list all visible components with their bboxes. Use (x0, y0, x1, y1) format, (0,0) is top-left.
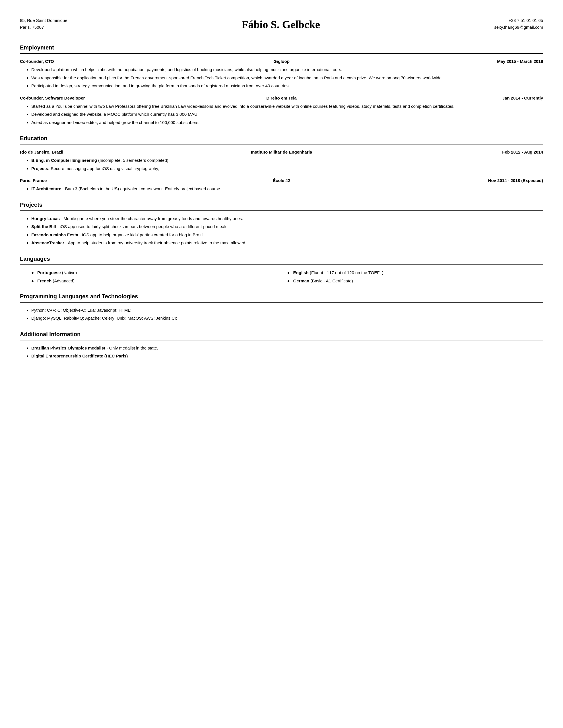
lang-bullet: ● (287, 270, 290, 276)
programming-divider (20, 302, 543, 303)
bullet-item: Was responsible for the application and … (31, 75, 543, 81)
additional-item: Brazilian Physics Olympics medalist - On… (31, 345, 543, 351)
edu-2-location: Paris, France (20, 177, 100, 183)
job-2: Co-founder, Software Developer Direito e… (20, 95, 543, 126)
contact-block: +33 7 51 01 01 65 sexy.thang69@gmail.com (494, 17, 543, 31)
edu-1-dates: Feb 2012 - Aug 2014 (463, 149, 543, 155)
additional-1-rest: - Only medalist in the state. (105, 346, 158, 350)
lang-english: ● English (Fluent - 117 out of 120 on th… (287, 270, 543, 276)
bullet-item: Developed a platform which helps clubs w… (31, 67, 543, 73)
programming-section: Programming Languages and Technologies P… (20, 292, 543, 322)
bullet-item: Participated in design, strategy, commun… (31, 83, 543, 89)
project-3-bold: Fazendo a minha Festa (31, 232, 78, 237)
additional-section: Additional Information Brazilian Physics… (20, 330, 543, 359)
projects-title: Projects (20, 201, 543, 209)
employment-section: Employment Co-founder, CTO Gigloop May 2… (20, 44, 543, 126)
email: sexy.thang69@gmail.com (494, 24, 543, 31)
resume-header: 85, Rue Saint Dominique Paris, 75007 Fáb… (20, 17, 543, 32)
job-2-title: Co-founder, Software Developer (20, 95, 100, 101)
additional-1-bold: Brazilian Physics Olympics medalist (31, 346, 105, 350)
edu-2-institution: École 42 (100, 177, 463, 183)
job-1-company: Gigloop (100, 58, 463, 64)
job-2-bullets: Started as a YouTube channel with two La… (20, 103, 543, 126)
edu-2-bullet-1-rest: - Bac+3 (Bachelors in the US) equivalent… (61, 186, 221, 191)
languages-grid: ● Portuguese (Native) ● English (Fluent … (20, 270, 543, 284)
languages-section: Languages ● Portuguese (Native) ● Englis… (20, 255, 543, 284)
address-line2: Paris, 75007 (20, 24, 67, 31)
edu-2-header: Paris, France École 42 Nov 2014 - 2018 (… (20, 177, 543, 183)
job-1-bullets: Developed a platform which helps clubs w… (20, 67, 543, 89)
job-1: Co-founder, CTO Gigloop May 2015 - March… (20, 58, 543, 89)
additional-2-bold: Digital Entrepreneurship Certificate (HE… (31, 353, 128, 358)
edu-1-institution: Instituto Militar de Engenharia (100, 149, 463, 155)
project-1-rest: - Mobile game where you steer the charac… (60, 216, 243, 221)
project-2-rest: - iOS app used to fairly split checks in… (56, 224, 229, 229)
lang-portuguese-text: Portuguese (Native) (37, 270, 77, 276)
job-1-title: Co-founder, CTO (20, 58, 100, 64)
edu-1-bullet-1-bold: B.Eng. in Computer Engineering (31, 158, 97, 163)
lang-german-text: German (Basic - A1 Certificate) (293, 278, 353, 284)
job-2-header: Co-founder, Software Developer Direito e… (20, 95, 543, 101)
project-item: Hungry Lucas - Mobile game where you ste… (31, 216, 543, 222)
additional-list: Brazilian Physics Olympics medalist - On… (20, 345, 543, 359)
additional-item: Digital Entrepreneurship Certificate (HE… (31, 353, 543, 359)
project-1-bold: Hungry Lucas (31, 216, 60, 221)
address-block: 85, Rue Saint Dominique Paris, 75007 (20, 17, 67, 31)
lang-german: ● German (Basic - A1 Certificate) (287, 278, 543, 284)
name-block: Fábio S. Gelbcke (67, 17, 494, 32)
edu-2: Paris, France École 42 Nov 2014 - 2018 (… (20, 177, 543, 192)
edu-1-bullet-2-bold: Projects: (31, 166, 49, 171)
bullet-item: IT Architecture - Bac+3 (Bachelors in th… (31, 186, 543, 192)
bullet-item: B.Eng. in Computer Engineering (Incomple… (31, 157, 543, 164)
project-4-rest: - App to help students from my universit… (64, 240, 246, 245)
job-2-company: Direito em Tela (100, 95, 463, 101)
languages-title: Languages (20, 255, 543, 263)
education-divider (20, 144, 543, 144)
programming-list: Python; C++; C; Objective-C; Lua; Javasc… (20, 307, 543, 322)
edu-2-bullet-1-bold: IT Architecture (31, 186, 61, 191)
project-item: AbsenceTracker - App to help students fr… (31, 240, 543, 246)
job-1-header: Co-founder, CTO Gigloop May 2015 - March… (20, 58, 543, 64)
address-line1: 85, Rue Saint Dominique (20, 17, 67, 24)
edu-1-bullet-1-rest: (Incomplete, 5 semesters completed) (97, 158, 168, 163)
lang-english-text: English (Fluent - 117 out of 120 on the … (293, 270, 384, 276)
programming-item: Python; C++; C; Objective-C; Lua; Javasc… (31, 307, 543, 314)
edu-1-header: Rio de Janeiro, Brazil Instituto Militar… (20, 149, 543, 155)
education-title: Education (20, 134, 543, 142)
additional-title: Additional Information (20, 330, 543, 338)
edu-1-bullets: B.Eng. in Computer Engineering (Incomple… (20, 157, 543, 172)
project-3-rest: - iOS app to help organize kids' parties… (78, 232, 204, 237)
project-item: Split the Bill - iOS app used to fairly … (31, 224, 543, 230)
lang-bullet: ● (287, 278, 290, 284)
programming-item: Django; MySQL; RabbitMQ; Apache; Celery;… (31, 315, 543, 322)
lang-portuguese: ● Portuguese (Native) (31, 270, 287, 276)
bullet-item: Projects: Secure messaging app for iOS u… (31, 166, 543, 172)
bullet-item: Developed and designed the website, a MO… (31, 111, 543, 118)
project-item: Fazendo a minha Festa - iOS app to help … (31, 232, 543, 238)
employment-divider (20, 53, 543, 54)
lang-french-text: French (Advanced) (37, 278, 74, 284)
bullet-item: Acted as designer and video editor, and … (31, 119, 543, 126)
employment-title: Employment (20, 44, 543, 51)
edu-1: Rio de Janeiro, Brazil Instituto Militar… (20, 149, 543, 172)
lang-french: ● French (Advanced) (31, 278, 287, 284)
education-section: Education Rio de Janeiro, Brazil Institu… (20, 134, 543, 192)
phone: +33 7 51 01 01 65 (494, 17, 543, 24)
edu-1-location: Rio de Janeiro, Brazil (20, 149, 100, 155)
job-2-dates: Jan 2014 - Currently (463, 95, 543, 101)
projects-section: Projects Hungry Lucas - Mobile game wher… (20, 201, 543, 246)
lang-bullet: ● (31, 270, 34, 276)
full-name: Fábio S. Gelbcke (67, 17, 494, 32)
projects-divider (20, 210, 543, 211)
project-4-bold: AbsenceTracker (31, 240, 64, 245)
bullet-item: Started as a YouTube channel with two La… (31, 103, 543, 110)
edu-1-bullet-2-rest: Secure messaging app for iOS using visua… (49, 166, 159, 171)
projects-list: Hungry Lucas - Mobile game where you ste… (20, 216, 543, 246)
edu-2-dates: Nov 2014 - 2018 (Expected) (463, 177, 543, 183)
additional-divider (20, 340, 543, 340)
languages-divider (20, 264, 543, 265)
edu-2-bullets: IT Architecture - Bac+3 (Bachelors in th… (20, 186, 543, 192)
lang-bullet: ● (31, 278, 34, 284)
project-2-bold: Split the Bill (31, 224, 56, 229)
programming-title: Programming Languages and Technologies (20, 292, 543, 300)
